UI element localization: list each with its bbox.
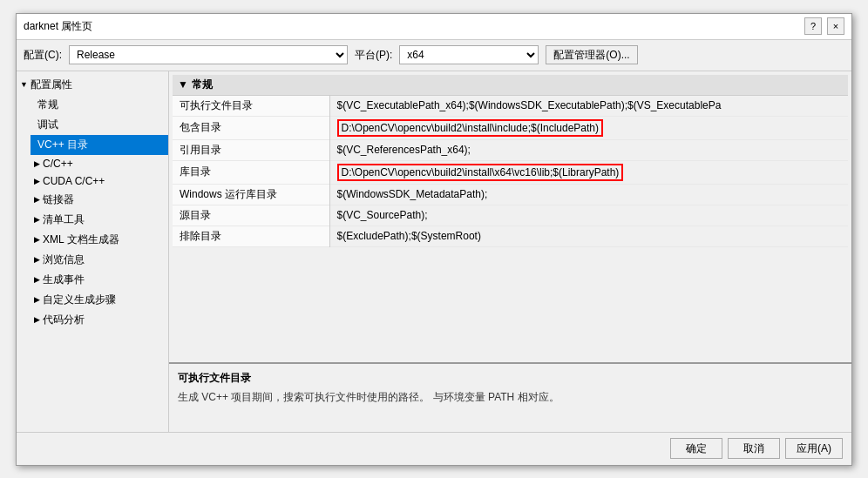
include-path-highlight: D:\OpenCV\opencv\build2\install\include;… — [337, 119, 604, 137]
prop-label-reference: 引用目录 — [173, 139, 329, 160]
table-row: 库目录 D:\OpenCV\opencv\build2\install\x64\… — [173, 160, 848, 184]
config-bar: 配置(C): Release 平台(P): x64 配置管理器(O)... — [17, 40, 851, 71]
right-panel: ▼ 常规 可执行文件目录 $(VC_ExecutablePath_x64);$(… — [169, 71, 851, 432]
section-header-general: ▼ 常规 — [173, 75, 848, 96]
table-row: 可执行文件目录 $(VC_ExecutablePath_x64);$(Windo… — [173, 96, 848, 117]
table-row: 源目录 $(VC_SourcePath); — [173, 205, 848, 226]
platform-label: 平台(P): — [355, 48, 392, 63]
sidebar-item-general[interactable]: 常规 — [31, 95, 168, 115]
sidebar-item-debug[interactable]: 调试 — [31, 115, 168, 135]
table-row: Windows 运行库目录 $(WindowsSDK_MetadataPath)… — [173, 184, 848, 205]
prop-label-executable: 可执行文件目录 — [173, 96, 329, 117]
close-button[interactable]: × — [827, 17, 844, 35]
cancel-button[interactable]: 取消 — [728, 438, 780, 459]
expand-icon: ▶ — [34, 275, 40, 284]
description-title: 可执行文件目录 — [178, 371, 843, 386]
sidebar-item-linker[interactable]: ▶链接器 — [31, 190, 168, 210]
sidebar-item-c-cpp[interactable]: ▶C/C++ — [31, 155, 168, 172]
collapse-icon: ▼ — [20, 80, 28, 89]
prop-value-source[interactable]: $(VC_SourcePath); — [329, 205, 848, 226]
prop-value-windows-runtime[interactable]: $(WindowsSDK_MetadataPath); — [329, 184, 848, 205]
prop-value-library[interactable]: D:\OpenCV\opencv\build2\install\x64\vc16… — [329, 160, 848, 184]
prop-label-windows-runtime: Windows 运行库目录 — [173, 184, 329, 205]
description-text: 生成 VC++ 项目期间，搜索可执行文件时使用的路径。 与环境变量 PATH 相… — [178, 389, 843, 405]
expand-icon: ▶ — [34, 295, 40, 304]
sidebar-item-browse-info[interactable]: ▶浏览信息 — [31, 250, 168, 270]
sidebar: ▼ 配置属性 常规 调试 VC++ 目录 ▶C/C++ ▶CUDA C/C++ … — [17, 71, 169, 432]
expand-icon: ▶ — [34, 159, 40, 168]
title-bar-controls: ? × — [804, 17, 844, 35]
library-path-highlight: D:\OpenCV\opencv\build2\install\x64\vc16… — [337, 164, 624, 181]
sidebar-item-build-events[interactable]: ▶生成事件 — [31, 270, 168, 290]
sidebar-group-config-properties[interactable]: ▼ 配置属性 — [17, 75, 168, 95]
sidebar-root-label: 配置属性 — [31, 77, 72, 92]
expand-icon: ▶ — [34, 195, 40, 204]
config-manager-button[interactable]: 配置管理器(O)... — [546, 45, 637, 64]
expand-icon: ▶ — [34, 215, 40, 224]
help-button[interactable]: ? — [804, 17, 822, 35]
sidebar-item-code-analysis[interactable]: ▶代码分析 — [31, 310, 168, 330]
properties-table: 可执行文件目录 $(VC_ExecutablePath_x64);$(Windo… — [173, 96, 848, 247]
table-row: 排除目录 $(ExcludePath);$(SystemRoot) — [173, 226, 848, 246]
config-label: 配置(C): — [24, 48, 62, 63]
props-area: ▼ 常规 可执行文件目录 $(VC_ExecutablePath_x64);$(… — [169, 71, 851, 362]
platform-select[interactable]: x64 — [399, 45, 539, 64]
ok-button[interactable]: 确定 — [670, 438, 722, 459]
prop-value-reference[interactable]: $(VC_ReferencesPath_x64); — [329, 139, 848, 160]
sidebar-item-xml-gen[interactable]: ▶XML 文档生成器 — [31, 230, 168, 250]
dialog: darknet 属性页 ? × 配置(C): Release 平台(P): x6… — [16, 13, 852, 466]
prop-label-source: 源目录 — [173, 205, 329, 226]
sidebar-item-custom-steps[interactable]: ▶自定义生成步骤 — [31, 290, 168, 310]
dialog-title: darknet 属性页 — [24, 19, 92, 34]
expand-icon: ▶ — [34, 177, 40, 185]
expand-icon: ▶ — [34, 255, 40, 264]
section-title: 常规 — [192, 77, 213, 92]
main-content: ▼ 配置属性 常规 调试 VC++ 目录 ▶C/C++ ▶CUDA C/C++ … — [17, 71, 851, 432]
sidebar-item-cuda-cpp[interactable]: ▶CUDA C/C++ — [31, 172, 168, 190]
footer: 确定 取消 应用(A) — [17, 432, 851, 465]
prop-value-include[interactable]: D:\OpenCV\opencv\build2\install\include;… — [329, 116, 848, 139]
expand-icon: ▶ — [34, 315, 40, 324]
sidebar-item-vc-dirs[interactable]: VC++ 目录 — [31, 135, 168, 155]
expand-icon: ▶ — [34, 235, 40, 244]
prop-label-exclude: 排除目录 — [173, 226, 329, 246]
prop-value-executable[interactable]: $(VC_ExecutablePath_x64);$(WindowsSDK_Ex… — [329, 96, 848, 117]
sidebar-item-list-tool[interactable]: ▶清单工具 — [31, 210, 168, 230]
section-collapse-icon: ▼ — [178, 78, 188, 91]
prop-value-exclude[interactable]: $(ExcludePath);$(SystemRoot) — [329, 226, 848, 246]
prop-label-include: 包含目录 — [173, 116, 329, 139]
table-row: 引用目录 $(VC_ReferencesPath_x64); — [173, 139, 848, 160]
prop-label-library: 库目录 — [173, 160, 329, 184]
title-bar: darknet 属性页 ? × — [17, 14, 851, 40]
sidebar-children: 常规 调试 VC++ 目录 ▶C/C++ ▶CUDA C/C++ ▶链接器 ▶清… — [31, 95, 168, 330]
description-area: 可执行文件目录 生成 VC++ 项目期间，搜索可执行文件时使用的路径。 与环境变… — [169, 362, 851, 432]
config-select[interactable]: Release — [69, 45, 348, 64]
table-row: 包含目录 D:\OpenCV\opencv\build2\install\inc… — [173, 116, 848, 139]
apply-button[interactable]: 应用(A) — [785, 438, 843, 459]
